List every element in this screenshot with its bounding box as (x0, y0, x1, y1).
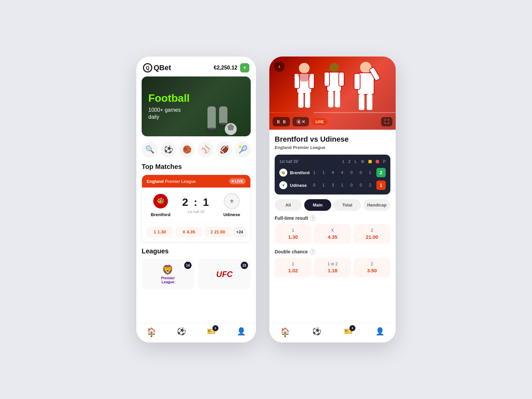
svg-rect-14 (305, 93, 310, 108)
svg-rect-26 (367, 94, 372, 110)
away-team: ⚜ Udinese (218, 193, 245, 217)
svg-rect-17 (324, 72, 330, 86)
match-video: ‹ ⏸ ⏸ 🔇✕ LIVE ⛶ (269, 57, 396, 130)
dc-2-label: 2 (371, 262, 373, 266)
right-nav-bets[interactable]: 🎫 3 (344, 327, 353, 336)
live-badge: LIVE (229, 178, 246, 184)
more-odds-button[interactable]: +24 (233, 227, 246, 237)
bottom-nav-left: 🏠 ⚽ 🎫 3 👤 (136, 323, 256, 342)
away-odd[interactable]: 2 21.00 (204, 227, 231, 237)
sports-icon: ⚽ (177, 327, 186, 336)
stat-7: 1 (368, 170, 372, 175)
league-competition: Premier League (165, 179, 196, 184)
stat-1: 1 (312, 170, 317, 175)
nav-home[interactable]: 🏠 (147, 327, 156, 336)
tab-total[interactable]: Total (334, 199, 361, 211)
mute-button[interactable]: 🔇✕ (293, 117, 309, 126)
add-funds-button[interactable]: + (240, 63, 249, 72)
video-back-button[interactable]: ‹ (274, 61, 285, 72)
match-score: 2 : 1 (182, 196, 210, 208)
draw-odd-value: 4.35 (187, 229, 195, 234)
home-icon: 🏠 (147, 327, 156, 336)
pl-lion-icon: 🦁 (162, 264, 174, 275)
hero-text: Football 1000+ gamesdaily (142, 86, 196, 127)
dc-1-odd[interactable]: 1 1.02 (275, 258, 312, 277)
ft-away-value: 21.00 (366, 234, 378, 240)
stat-u3: 3 (331, 183, 335, 188)
full-time-help-icon[interactable]: ? (310, 215, 315, 221)
dc-1or2-label: 1 or 2 (328, 262, 338, 266)
tab-all[interactable]: All (275, 199, 302, 211)
more-sports-button[interactable]: 🎾 (235, 142, 251, 158)
col-gear: ⚙ (361, 159, 364, 164)
stat-2: 1 (321, 170, 326, 175)
nav-sports[interactable]: ⚽ (177, 327, 186, 336)
balance-amount: €2,250.12 (214, 65, 237, 71)
stat-u6: 0 (358, 183, 363, 188)
home-team-name: Brentford (151, 212, 170, 217)
ft-draw-odd[interactable]: X 4.35 (314, 224, 351, 244)
subtitle-competition: Premier League (293, 145, 326, 150)
ft-home-value: 1.30 (288, 234, 298, 240)
ufc-card[interactable]: 23 UFC (198, 259, 251, 289)
premier-league-card[interactable]: 14 🦁 PremierLeague (142, 259, 194, 289)
home-odd[interactable]: 1 1.30 (146, 227, 174, 237)
dc-2-odd[interactable]: 2 3.50 (353, 258, 390, 277)
away-team-logo: ⚜ (223, 193, 240, 209)
ft-away-odd[interactable]: 2 21.00 (353, 224, 390, 244)
match-body: 🐝 Brentford 2 : 1 1st half 39' ⚜ Udinese (142, 188, 250, 222)
player-1 (291, 62, 318, 111)
league-name: England (147, 179, 164, 184)
double-chance-help-icon[interactable]: ? (310, 249, 315, 254)
ufc-count-badge: 23 (241, 262, 248, 269)
fullscreen-button[interactable]: ⛶ (381, 117, 392, 126)
app-logo: Q QBet (143, 63, 171, 72)
right-nav-sports[interactable]: ⚽ (312, 327, 321, 336)
search-button[interactable]: 🔍 (142, 142, 158, 158)
col-2: 2 (348, 159, 351, 164)
nav-bets[interactable]: 🎫 3 (207, 327, 216, 336)
hero-banner: Football 1000+ gamesdaily (142, 76, 251, 136)
football-button[interactable]: 🏈 (216, 142, 232, 158)
right-nav-profile[interactable]: 👤 (375, 327, 384, 336)
hero-player-image (188, 80, 247, 136)
dc-1or2-value: 1.18 (328, 268, 337, 273)
dc-2-value: 3.50 (367, 268, 377, 273)
soccer-button[interactable]: ⚽ (160, 142, 176, 158)
svg-rect-18 (339, 72, 344, 86)
basketball-button[interactable]: 🏀 (179, 142, 195, 158)
brentford-name: Brentford (290, 170, 312, 175)
ft-away-label: 2 (371, 228, 373, 233)
leagues-title: Leagues (136, 247, 256, 259)
svg-rect-20 (335, 91, 340, 107)
dc-1or2-odd[interactable]: 1 or 2 1.18 (314, 258, 351, 277)
draw-odd-label: X (183, 229, 186, 234)
score-columns: 1 2 L ⚙ P (342, 159, 386, 164)
pause-button[interactable]: ⏸ ⏸ (273, 117, 290, 126)
ufc-logo-text: UFC (216, 270, 232, 279)
stat-5: 0 (349, 170, 354, 175)
col-p: P (383, 159, 386, 164)
video-progress-bar (269, 112, 396, 113)
tab-handicap[interactable]: Handicap (363, 199, 390, 211)
stat-6: 0 (358, 170, 363, 175)
live-label: LIVE (235, 179, 243, 183)
video-ctrl-left: ⏸ ⏸ 🔇✕ LIVE (273, 117, 328, 126)
draw-odd[interactable]: X 4.35 (175, 227, 202, 237)
baseball-button[interactable]: ⚾ (198, 142, 213, 158)
right-nav-home[interactable]: 🏠 (281, 327, 290, 336)
subtitle-league: England (275, 145, 292, 150)
svg-text:⚜: ⚜ (229, 199, 234, 204)
sport-icons-row: 🔍 ⚽ 🏀 ⚾ 🏈 🎾 (136, 142, 256, 163)
match-time: 1st half 39' (188, 210, 205, 214)
ft-home-odd[interactable]: 1 1.30 (275, 224, 312, 244)
full-time-odds-grid: 1 1.30 X 4.35 2 21.00 (275, 224, 390, 244)
nav-profile[interactable]: 👤 (237, 327, 246, 336)
tab-main[interactable]: Main (304, 199, 331, 211)
svg-rect-23 (354, 73, 360, 89)
match-card-header: England Premier League LIVE (142, 175, 250, 188)
svg-point-21 (360, 62, 371, 73)
hero-title: Football (148, 92, 190, 104)
betting-tabs: All Main Total Handicap (275, 199, 390, 211)
pl-count-badge: 14 (184, 262, 192, 269)
